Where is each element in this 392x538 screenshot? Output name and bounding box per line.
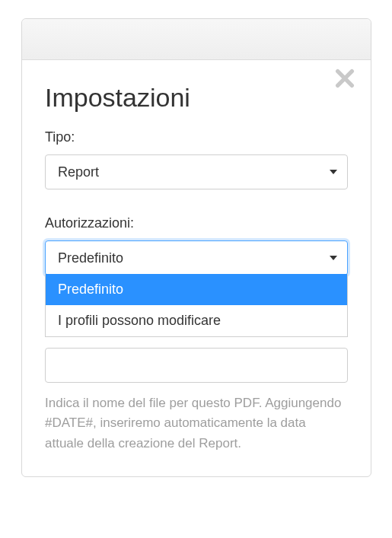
autorizzazioni-dropdown: Predefinito I profili possono modificare xyxy=(45,274,348,337)
tipo-label: Tipo: xyxy=(45,129,348,145)
dropdown-option-label: I profili possono modificare xyxy=(58,313,221,328)
panel-body: Impostazioni Tipo: Report Autorizzazioni… xyxy=(22,60,371,476)
filename-input[interactable] xyxy=(45,348,348,383)
tipo-selected-value: Report xyxy=(58,164,99,180)
dropdown-option[interactable]: I profili possono modificare xyxy=(46,305,347,336)
dropdown-option[interactable]: Predefinito xyxy=(46,274,347,305)
autorizzazioni-select[interactable]: Predefinito xyxy=(45,240,348,275)
autorizzazioni-select-wrap: Predefinito xyxy=(45,240,348,275)
settings-panel: Impostazioni Tipo: Report Autorizzazioni… xyxy=(21,18,371,477)
close-button[interactable] xyxy=(333,66,357,91)
tipo-select[interactable]: Report xyxy=(45,154,348,189)
close-icon xyxy=(333,66,357,91)
modal-title: Impostazioni xyxy=(45,83,348,113)
filename-helper-text: Indica il nome del file per questo PDF. … xyxy=(45,393,348,454)
tipo-select-wrap: Report xyxy=(45,154,348,189)
panel-header xyxy=(22,19,371,60)
autorizzazioni-label: Autorizzazioni: xyxy=(45,215,348,231)
dropdown-option-label: Predefinito xyxy=(58,282,123,297)
autorizzazioni-selected-value: Predefinito xyxy=(58,250,123,266)
